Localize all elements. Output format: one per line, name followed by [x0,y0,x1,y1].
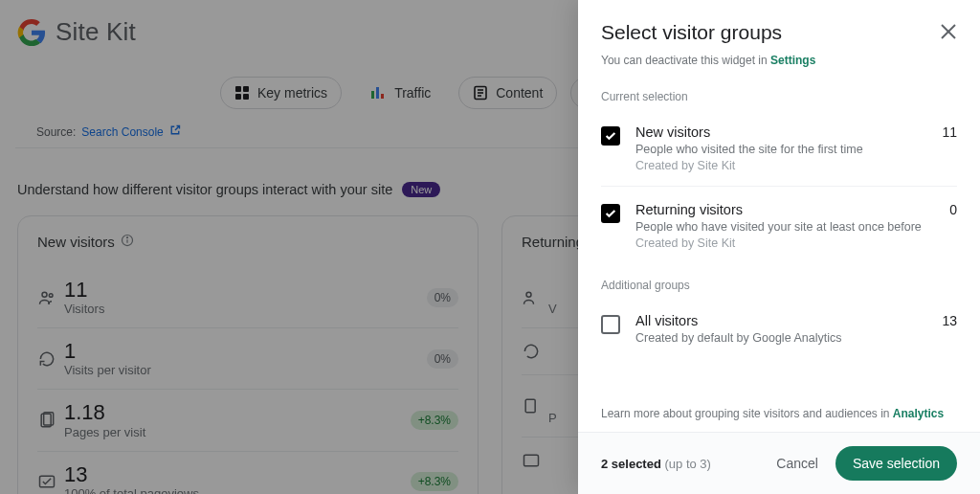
panel-title: Select visitor groups [601,21,957,44]
checkbox[interactable] [601,204,620,223]
group-count: 11 [942,124,957,140]
visitor-groups-panel: Select visitor groups You can deactivate… [578,0,980,494]
panel-footer: 2 selected (up to 3) Cancel Save selecti… [578,432,980,494]
analytics-link[interactable]: Analytics [893,407,944,420]
save-selection-button[interactable]: Save selection [835,446,957,481]
group-row[interactable]: Returning visitors People who have visit… [601,186,957,263]
settings-link[interactable]: Settings [770,54,815,67]
group-row[interactable]: New visitors People who visited the site… [601,109,957,186]
group-row[interactable]: All visitors Created by default by Googl… [601,298,957,358]
close-icon[interactable] [938,21,959,42]
section-label-current: Current selection [578,75,980,109]
group-count: 0 [949,202,957,217]
checkbox[interactable] [601,315,620,334]
section-label-additional: Additional groups [578,263,980,298]
panel-subtitle: You can deactivate this widget in Settin… [601,54,957,67]
cancel-button[interactable]: Cancel [776,456,818,471]
checkbox[interactable] [601,126,620,146]
group-count: 13 [942,313,957,328]
selection-count: 2 selected (up to 3) [601,457,711,471]
learn-more: Learn more about grouping site visitors … [578,407,980,420]
